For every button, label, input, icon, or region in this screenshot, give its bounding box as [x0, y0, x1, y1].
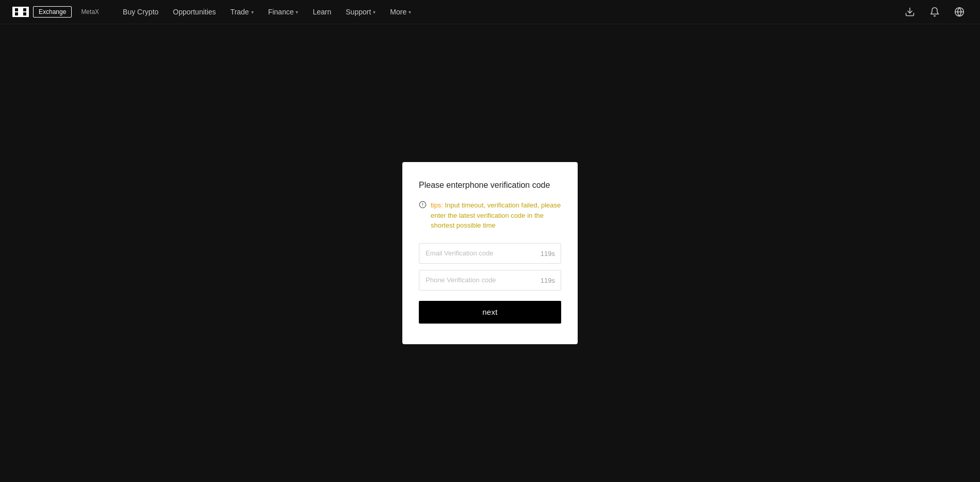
- nav-buy-crypto[interactable]: Buy Crypto: [117, 0, 165, 24]
- logo-pixel: [23, 12, 26, 15]
- logo-pixel: [15, 12, 18, 15]
- phone-countdown: 119s: [541, 276, 555, 284]
- nav-opportunities[interactable]: Opportunities: [167, 0, 222, 24]
- support-chevron-icon: ▾: [373, 0, 375, 24]
- email-verification-input[interactable]: [419, 243, 561, 264]
- more-chevron-icon: ▾: [409, 0, 411, 24]
- card-title: Please enterphone verification code: [419, 181, 561, 190]
- metax-tab[interactable]: MetaX: [76, 7, 104, 17]
- download-icon: [905, 7, 915, 17]
- tips-label: tips:: [431, 201, 443, 209]
- logo-pixel: [19, 8, 22, 11]
- next-button[interactable]: next: [419, 301, 561, 324]
- nav-trade[interactable]: Trade ▾: [224, 0, 260, 24]
- phone-input-group: 119s: [419, 270, 561, 291]
- logo-area: Exchange MetaX: [12, 6, 104, 18]
- nav-right: [902, 4, 968, 20]
- verification-card: Please enterphone verification code tips…: [402, 162, 578, 344]
- email-countdown: 119s: [541, 249, 555, 257]
- trade-chevron-icon: ▾: [251, 0, 254, 24]
- nav-learn[interactable]: Learn: [306, 0, 337, 24]
- nav-more[interactable]: More ▾: [384, 0, 417, 24]
- logo-pixel: [23, 8, 26, 11]
- phone-verification-input[interactable]: [419, 270, 561, 291]
- nav-links: Buy Crypto Opportunities Trade ▾ Finance…: [117, 0, 902, 24]
- main-content: Please enterphone verification code tips…: [0, 24, 980, 482]
- globe-icon: [954, 7, 965, 17]
- okx-logo: [12, 7, 29, 17]
- language-button[interactable]: [951, 4, 968, 20]
- tips-section: tips: Input timeout, verification failed…: [419, 200, 561, 231]
- logo-pixel: [15, 8, 18, 11]
- download-button[interactable]: [902, 4, 918, 20]
- exchange-tab[interactable]: Exchange: [33, 6, 72, 18]
- nav-support[interactable]: Support ▾: [339, 0, 382, 24]
- finance-chevron-icon: ▾: [296, 0, 298, 24]
- bell-icon: [929, 7, 940, 17]
- warning-icon: [419, 201, 427, 208]
- tips-text: tips: Input timeout, verification failed…: [431, 200, 561, 231]
- tips-body: Input timeout, verification failed, plea…: [431, 201, 561, 229]
- notifications-button[interactable]: [926, 4, 943, 20]
- navbar: Exchange MetaX Buy Crypto Opportunities …: [0, 0, 980, 24]
- nav-finance[interactable]: Finance ▾: [262, 0, 305, 24]
- email-input-group: 119s: [419, 243, 561, 264]
- logo-pixel: [19, 12, 22, 15]
